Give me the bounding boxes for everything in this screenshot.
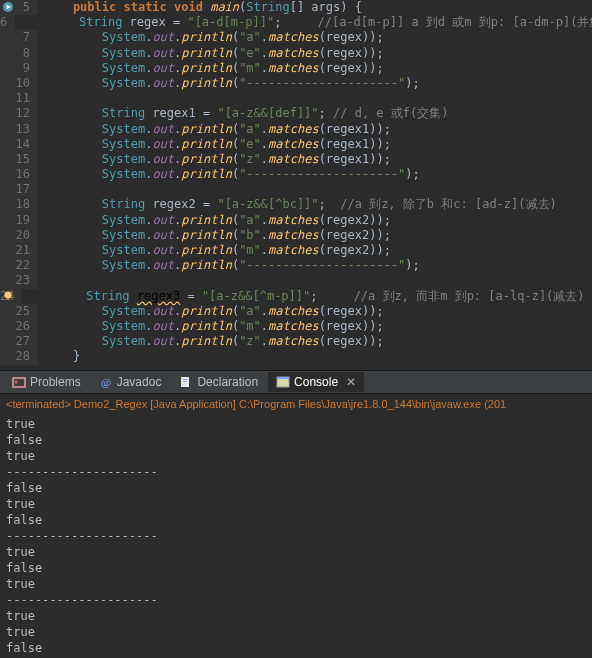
tab-label: Declaration — [197, 375, 258, 389]
code-content[interactable]: System.out.println("--------------------… — [38, 167, 592, 182]
code-content[interactable]: System.out.println("a".matches(regex)); — [38, 304, 592, 319]
tab-problems[interactable]: Problems — [4, 372, 89, 392]
line-number: 18 — [0, 197, 38, 212]
code-line[interactable]: 14 System.out.println("e".matches(regex1… — [0, 137, 592, 152]
code-line[interactable]: 23 — [0, 273, 592, 288]
code-line[interactable]: 13 System.out.println("a".matches(regex1… — [0, 122, 592, 137]
console-line: false — [6, 512, 586, 528]
line-number: 24 — [0, 289, 22, 304]
code-line[interactable]: 18 String regex2 = "[a-z&&[^bc]]"; //a 到… — [0, 197, 592, 212]
line-number: 7 — [0, 30, 38, 45]
code-line[interactable]: 20 System.out.println("b".matches(regex2… — [0, 228, 592, 243]
code-content[interactable]: System.out.println("a".matches(regex1)); — [38, 122, 592, 137]
console-line: true — [6, 624, 586, 640]
code-content[interactable]: } — [38, 349, 592, 364]
code-line[interactable]: 8 System.out.println("e".matches(regex))… — [0, 46, 592, 61]
svg-rect-3 — [7, 298, 10, 300]
code-content[interactable]: String regex = "[a-d[m-p]]"; //[a-d[m-p]… — [15, 15, 592, 30]
console-line: true — [6, 576, 586, 592]
lightbulb-icon[interactable] — [2, 290, 14, 302]
console-line: false — [6, 432, 586, 448]
code-content[interactable]: System.out.println("a".matches(regex)); — [38, 30, 592, 45]
code-content[interactable]: public static void main(String[] args) { — [38, 0, 592, 15]
code-line[interactable]: 10 System.out.println("-----------------… — [0, 76, 592, 91]
code-content[interactable]: String regex2 = "[a-z&&[^bc]]"; //a 到z, … — [38, 197, 592, 212]
close-icon[interactable]: ✕ — [346, 375, 356, 389]
code-content[interactable] — [38, 182, 592, 197]
console-line: false — [6, 640, 586, 656]
svg-rect-11 — [277, 377, 289, 379]
code-line[interactable]: 11 — [0, 91, 592, 106]
line-number: 14 — [0, 137, 38, 152]
code-line[interactable]: 25 System.out.println("a".matches(regex)… — [0, 304, 592, 319]
console-line: --------------------- — [6, 528, 586, 544]
terminated-bar: <terminated> Demo2_Regex [Java Applicati… — [0, 394, 592, 414]
code-line[interactable]: 6 String regex = "[a-d[m-p]]"; //[a-d[m-… — [0, 15, 592, 30]
line-number: 11 — [0, 91, 38, 106]
code-line[interactable]: 15 System.out.println("z".matches(regex1… — [0, 152, 592, 167]
code-line[interactable]: 9 System.out.println("m".matches(regex))… — [0, 61, 592, 76]
line-number: 15 — [0, 152, 38, 167]
code-line[interactable]: 24 String regex3 = "[a-z&&[^m-p]]"; //a … — [0, 289, 592, 304]
line-number: 19 — [0, 213, 38, 228]
line-number: 10 — [0, 76, 38, 91]
run-marker-icon[interactable] — [2, 1, 14, 13]
code-line[interactable]: 19 System.out.println("a".matches(regex2… — [0, 213, 592, 228]
line-number: 5 — [0, 0, 38, 15]
code-line[interactable]: 5 public static void main(String[] args)… — [0, 0, 592, 15]
svg-point-5 — [15, 381, 18, 384]
console-line: true — [6, 496, 586, 512]
tab-console[interactable]: Console✕ — [268, 372, 364, 392]
tab-javadoc[interactable]: @Javadoc — [91, 372, 170, 392]
code-line[interactable]: 26 System.out.println("m".matches(regex)… — [0, 319, 592, 334]
line-number: 16 — [0, 167, 38, 182]
line-number: 12 — [0, 106, 38, 121]
code-line[interactable]: 21 System.out.println("m".matches(regex2… — [0, 243, 592, 258]
line-number: 6 — [0, 15, 15, 30]
code-line[interactable]: 27 System.out.println("z".matches(regex)… — [0, 334, 592, 349]
line-number: 13 — [0, 122, 38, 137]
code-content[interactable]: System.out.println("b".matches(regex2)); — [38, 228, 592, 243]
code-line[interactable]: 7 System.out.println("a".matches(regex))… — [0, 30, 592, 45]
problems-icon — [12, 375, 26, 389]
code-content[interactable]: System.out.println("z".matches(regex1)); — [38, 152, 592, 167]
tab-declaration[interactable]: Declaration — [171, 372, 266, 392]
console-output[interactable]: truefalsetrue---------------------falset… — [0, 414, 592, 658]
line-number: 9 — [0, 61, 38, 76]
code-content[interactable] — [38, 91, 592, 106]
console-line: true — [6, 544, 586, 560]
line-number: 27 — [0, 334, 38, 349]
code-editor[interactable]: 5 public static void main(String[] args)… — [0, 0, 592, 370]
console-line: --------------------- — [6, 592, 586, 608]
code-content[interactable]: System.out.println("e".matches(regex)); — [38, 46, 592, 61]
code-content[interactable]: System.out.println("m".matches(regex2)); — [38, 243, 592, 258]
svg-rect-9 — [183, 381, 187, 382]
code-line[interactable]: 28 } — [0, 349, 592, 364]
line-number: 21 — [0, 243, 38, 258]
code-content[interactable]: String regex1 = "[a-z&&[def]]"; // d, e … — [38, 106, 592, 121]
javadoc-icon: @ — [99, 375, 113, 389]
code-content[interactable] — [38, 273, 592, 288]
line-number: 23 — [0, 273, 38, 288]
line-number: 22 — [0, 258, 38, 273]
code-content[interactable]: System.out.println("--------------------… — [38, 258, 592, 273]
code-content[interactable]: System.out.println("z".matches(regex)); — [38, 334, 592, 349]
code-content[interactable]: System.out.println("m".matches(regex)); — [38, 319, 592, 334]
code-line[interactable]: 17 — [0, 182, 592, 197]
code-line[interactable]: 22 System.out.println("-----------------… — [0, 258, 592, 273]
code-line[interactable]: 16 System.out.println("-----------------… — [0, 167, 592, 182]
console-line: true — [6, 448, 586, 464]
code-content[interactable]: String regex3 = "[a-z&&[^m-p]]"; //a 到z,… — [22, 289, 592, 304]
tab-label: Javadoc — [117, 375, 162, 389]
declaration-icon — [179, 375, 193, 389]
svg-rect-8 — [183, 379, 187, 380]
code-line[interactable]: 12 String regex1 = "[a-z&&[def]]"; // d,… — [0, 106, 592, 121]
console-line: false — [6, 480, 586, 496]
code-content[interactable]: System.out.println("e".matches(regex1)); — [38, 137, 592, 152]
line-number: 20 — [0, 228, 38, 243]
code-content[interactable]: System.out.println("m".matches(regex)); — [38, 61, 592, 76]
line-number: 17 — [0, 182, 38, 197]
console-line: true — [6, 416, 586, 432]
code-content[interactable]: System.out.println("--------------------… — [38, 76, 592, 91]
code-content[interactable]: System.out.println("a".matches(regex2)); — [38, 213, 592, 228]
